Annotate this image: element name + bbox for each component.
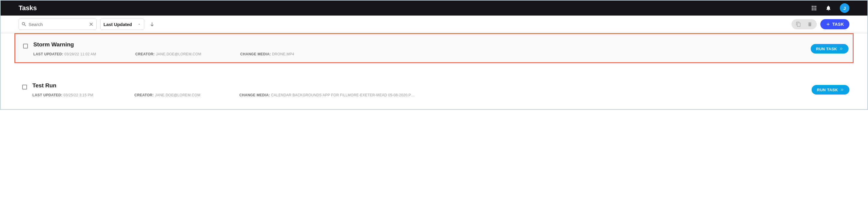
- task-title: Test Run: [32, 82, 806, 89]
- meta-last-updated: LAST UPDATED:03/25/22 3:15 PM: [32, 93, 134, 97]
- task-checkbox[interactable]: [22, 85, 27, 89]
- svg-rect-8: [815, 9, 816, 10]
- trash-icon[interactable]: [807, 22, 812, 27]
- search-icon: [21, 22, 27, 27]
- meta-creator: CREATOR:JANE.DOE@LOREM.COM: [135, 52, 240, 56]
- svg-rect-7: [813, 9, 814, 10]
- topbar: Tasks J: [1, 1, 867, 15]
- toolbar: Last Updated TASK: [1, 15, 867, 33]
- svg-rect-0: [812, 6, 813, 7]
- arrow-down-icon: [149, 22, 155, 27]
- svg-rect-1: [813, 6, 814, 7]
- add-task-button[interactable]: TASK: [820, 19, 849, 29]
- task-row[interactable]: Storm Warning LAST UPDATED:03/28/22 11:0…: [14, 33, 854, 63]
- svg-rect-2: [815, 6, 816, 7]
- task-body: Test Run LAST UPDATED:03/25/22 3:15 PM C…: [32, 82, 806, 97]
- run-task-button[interactable]: RUN TASK: [811, 44, 848, 53]
- copy-icon[interactable]: [796, 22, 801, 27]
- sort-direction-button[interactable]: [149, 21, 155, 27]
- page-title: Tasks: [19, 4, 37, 12]
- chevron-double-right-icon: [839, 47, 843, 51]
- add-task-label: TASK: [832, 22, 844, 27]
- svg-rect-5: [815, 7, 816, 8]
- sort-select[interactable]: Last Updated: [100, 18, 144, 30]
- run-task-button[interactable]: RUN TASK: [812, 85, 849, 95]
- plus-icon: [826, 22, 831, 27]
- topbar-right: J: [811, 3, 849, 13]
- apps-icon[interactable]: [811, 5, 817, 11]
- search-box[interactable]: [19, 18, 97, 30]
- meta-change-media: CHANGE MEDIA:DRONE.MP4: [240, 52, 805, 56]
- run-task-label: RUN TASK: [817, 88, 838, 92]
- task-checkbox[interactable]: [23, 44, 28, 48]
- bell-icon[interactable]: [826, 5, 831, 11]
- svg-rect-3: [812, 7, 813, 8]
- svg-rect-4: [813, 7, 814, 8]
- run-task-label: RUN TASK: [816, 47, 837, 51]
- task-row[interactable]: Test Run LAST UPDATED:03/25/22 3:15 PM C…: [14, 75, 854, 103]
- task-title: Storm Warning: [33, 41, 805, 48]
- bulk-actions: [792, 19, 817, 29]
- clear-icon[interactable]: [89, 22, 94, 27]
- chevron-down-icon: [137, 23, 141, 26]
- search-input[interactable]: [27, 22, 89, 27]
- svg-rect-6: [812, 9, 813, 10]
- avatar[interactable]: J: [840, 3, 849, 13]
- meta-creator: CREATOR:JANE.DOE@LOREM.COM: [134, 93, 239, 97]
- meta-change-media: CHANGE MEDIA:CALENDAR BACKGROUNDS APP FO…: [239, 93, 806, 97]
- sort-label: Last Updated: [103, 22, 132, 27]
- task-meta: LAST UPDATED:03/28/22 11:02 AM CREATOR:J…: [33, 52, 805, 56]
- task-body: Storm Warning LAST UPDATED:03/28/22 11:0…: [33, 41, 805, 56]
- chevron-double-right-icon: [840, 88, 844, 92]
- task-list: Storm Warning LAST UPDATED:03/28/22 11:0…: [1, 33, 867, 109]
- meta-last-updated: LAST UPDATED:03/28/22 11:02 AM: [33, 52, 135, 56]
- task-meta: LAST UPDATED:03/25/22 3:15 PM CREATOR:JA…: [32, 93, 806, 97]
